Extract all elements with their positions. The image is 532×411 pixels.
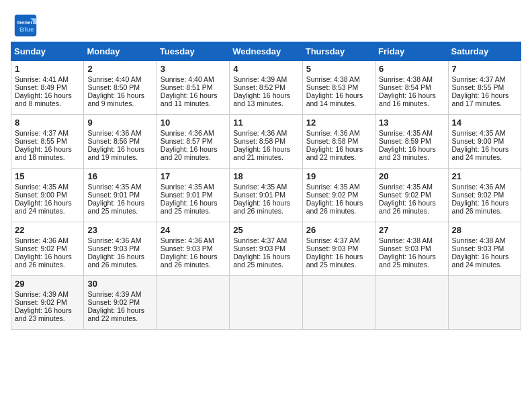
svg-text:Blue: Blue — [19, 26, 34, 33]
calendar-cell: 8Sunrise: 4:37 AMSunset: 8:55 PMDaylight… — [11, 115, 84, 169]
calendar-cell: 3Sunrise: 4:40 AMSunset: 8:51 PMDaylight… — [157, 61, 229, 115]
day-info-line: and 20 minutes. — [161, 153, 226, 161]
day-info-line: Sunset: 8:58 PM — [233, 137, 298, 145]
calendar-cell: 15Sunrise: 4:35 AMSunset: 9:00 PMDayligh… — [11, 169, 84, 222]
day-info-line: Sunrise: 4:35 AM — [233, 183, 298, 191]
day-info-line: and 25 minutes. — [87, 207, 152, 215]
day-number: 28 — [452, 225, 517, 235]
calendar-cell: 28Sunrise: 4:38 AMSunset: 9:03 PMDayligh… — [448, 222, 521, 276]
day-number: 17 — [161, 171, 226, 181]
calendar-cell: 30Sunrise: 4:39 AMSunset: 9:02 PMDayligh… — [84, 276, 157, 330]
day-info-line: and 14 minutes. — [306, 99, 371, 107]
day-info-line: Sunrise: 4:35 AM — [161, 183, 226, 191]
day-info-line: Sunrise: 4:38 AM — [306, 75, 371, 83]
day-info-line: Sunrise: 4:35 AM — [306, 183, 371, 191]
day-info-line: Sunrise: 4:37 AM — [306, 236, 371, 244]
calendar-table: SundayMondayTuesdayWednesdayThursdayFrid… — [11, 42, 521, 330]
day-number: 18 — [233, 171, 298, 181]
day-info-line: Sunset: 9:02 PM — [452, 191, 517, 199]
day-info-line: Sunrise: 4:36 AM — [161, 129, 226, 137]
day-number: 21 — [452, 171, 517, 181]
day-info-line: Daylight: 16 hours — [452, 145, 517, 153]
day-info-line: Sunrise: 4:36 AM — [233, 129, 298, 137]
day-number: 6 — [379, 64, 444, 74]
day-info-line: Sunrise: 4:36 AM — [15, 236, 80, 244]
day-info-line: Daylight: 16 hours — [161, 145, 226, 153]
day-number: 26 — [306, 225, 371, 235]
calendar-cell: 14Sunrise: 4:35 AMSunset: 9:00 PMDayligh… — [448, 115, 521, 169]
col-header-sunday: Sunday — [11, 42, 84, 61]
day-info-line: and 22 minutes. — [306, 153, 371, 161]
day-info-line: Sunrise: 4:39 AM — [87, 290, 152, 298]
day-info-line: and 19 minutes. — [87, 153, 152, 161]
day-info-line: Sunset: 9:03 PM — [87, 244, 152, 253]
day-info-line: Sunset: 8:56 PM — [87, 137, 152, 145]
calendar-cell: 25Sunrise: 4:37 AMSunset: 9:03 PMDayligh… — [230, 222, 302, 276]
calendar-cell: 20Sunrise: 4:35 AMSunset: 9:02 PMDayligh… — [375, 169, 448, 222]
day-info-line: Daylight: 16 hours — [306, 145, 371, 153]
day-info-line: Sunrise: 4:41 AM — [15, 75, 80, 83]
day-info-line: Daylight: 16 hours — [379, 145, 444, 153]
day-info-line: Sunset: 9:01 PM — [87, 191, 152, 199]
calendar-cell: 9Sunrise: 4:36 AMSunset: 8:56 PMDaylight… — [84, 115, 157, 169]
day-info-line: Sunrise: 4:35 AM — [452, 129, 517, 137]
day-info-line: Sunset: 8:54 PM — [379, 83, 444, 91]
day-info-line: and 24 minutes. — [452, 153, 517, 161]
day-info-line: and 8 minutes. — [15, 99, 80, 107]
calendar-cell — [230, 276, 302, 330]
day-info-line: Sunset: 9:02 PM — [87, 298, 152, 306]
day-info-line: and 24 minutes. — [15, 207, 80, 215]
day-number: 9 — [87, 118, 152, 128]
day-info-line: Sunrise: 4:36 AM — [161, 236, 226, 244]
week-row-5: 29Sunrise: 4:39 AMSunset: 9:02 PMDayligh… — [11, 276, 521, 330]
day-info-line: Daylight: 16 hours — [306, 253, 371, 261]
day-info-line: Daylight: 16 hours — [452, 253, 517, 261]
day-number: 12 — [306, 118, 371, 128]
day-info-line: and 25 minutes. — [161, 207, 226, 215]
day-info-line: and 26 minutes. — [233, 207, 298, 215]
day-number: 30 — [87, 279, 152, 289]
calendar-cell: 23Sunrise: 4:36 AMSunset: 9:03 PMDayligh… — [84, 222, 157, 276]
day-info-line: and 21 minutes. — [233, 153, 298, 161]
calendar-cell: 24Sunrise: 4:36 AMSunset: 9:03 PMDayligh… — [157, 222, 229, 276]
day-info-line: Sunrise: 4:38 AM — [379, 75, 444, 83]
day-number: 4 — [233, 64, 298, 74]
day-info-line: Sunset: 8:49 PM — [15, 83, 80, 91]
calendar-cell: 1Sunrise: 4:41 AMSunset: 8:49 PMDaylight… — [11, 61, 84, 115]
day-info-line: Sunrise: 4:35 AM — [15, 183, 80, 191]
day-info-line: Daylight: 16 hours — [161, 91, 226, 99]
day-info-line: Daylight: 16 hours — [306, 199, 371, 207]
day-info-line: Daylight: 16 hours — [233, 199, 298, 207]
calendar-cell: 4Sunrise: 4:39 AMSunset: 8:52 PMDaylight… — [230, 61, 302, 115]
day-info-line: Sunset: 8:52 PM — [233, 83, 298, 91]
day-number: 16 — [87, 171, 152, 181]
day-info-line: Sunset: 8:57 PM — [161, 137, 226, 145]
calendar-cell: 13Sunrise: 4:35 AMSunset: 8:59 PMDayligh… — [375, 115, 448, 169]
day-info-line: Daylight: 16 hours — [379, 91, 444, 99]
calendar-cell: 26Sunrise: 4:37 AMSunset: 9:03 PMDayligh… — [302, 222, 375, 276]
day-info-line: Daylight: 16 hours — [161, 253, 226, 261]
day-info-line: Sunrise: 4:39 AM — [233, 75, 298, 83]
day-info-line: and 26 minutes. — [452, 207, 517, 215]
day-info-line: Sunset: 8:50 PM — [87, 83, 152, 91]
day-info-line: and 26 minutes. — [379, 207, 444, 215]
day-info-line: Daylight: 16 hours — [15, 306, 80, 314]
day-number: 11 — [233, 118, 298, 128]
day-info-line: Daylight: 16 hours — [379, 199, 444, 207]
day-info-line: and 24 minutes. — [452, 261, 517, 269]
logo-icon: General Blue — [13, 13, 38, 38]
day-info-line: Sunset: 8:51 PM — [161, 83, 226, 91]
week-row-2: 8Sunrise: 4:37 AMSunset: 8:55 PMDaylight… — [11, 115, 521, 169]
day-info-line: Sunrise: 4:37 AM — [233, 236, 298, 244]
day-info-line: Sunrise: 4:36 AM — [306, 129, 371, 137]
week-row-4: 22Sunrise: 4:36 AMSunset: 9:02 PMDayligh… — [11, 222, 521, 276]
day-info-line: Sunset: 8:58 PM — [306, 137, 371, 145]
day-info-line: and 26 minutes. — [306, 207, 371, 215]
day-info-line: Sunrise: 4:35 AM — [379, 129, 444, 137]
day-info-line: and 26 minutes. — [161, 261, 226, 269]
day-number: 7 — [452, 64, 517, 74]
day-number: 13 — [379, 118, 444, 128]
day-info-line: Sunrise: 4:35 AM — [87, 183, 152, 191]
day-number: 24 — [161, 225, 226, 235]
calendar-cell — [448, 276, 521, 330]
